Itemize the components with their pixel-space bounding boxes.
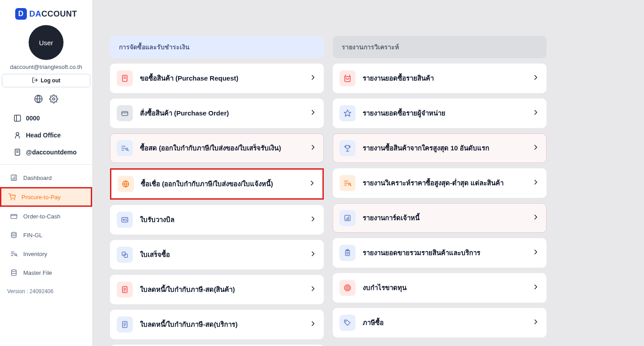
svg-point-36 [123, 219, 124, 221]
report-card-top-10-suppliers[interactable]: รายงานซื้อสินค้าจากใครสูงสุด 10 อันดับแร… [333, 133, 547, 163]
card-label: รายงานยอดซื้อรายผู้จำหน่าย [363, 108, 525, 119]
chevron-right-icon [309, 250, 317, 260]
card-label: ใบลดหนี้/ใบกำกับภาษี-สด(สินค้า) [140, 284, 302, 295]
chevron-right-icon [532, 143, 540, 153]
brand-logo: D DACCOUNT [0, 0, 92, 23]
card-label: ใบลดหนี้/ใบกำกับภาษี-สด(บริการ) [140, 319, 302, 330]
id-icon [117, 212, 133, 228]
purchasing-card-credit-purchase[interactable]: ซื้อเชื่อ (ออกใบกำกับภาษี/ใบส่งของ/ใบแจ้… [110, 168, 324, 200]
reports-header: รายงานการวิเคราะห์ [333, 36, 547, 58]
purchasing-card-billing-receipt[interactable]: ใบรับวางบิล [110, 205, 324, 235]
purchasing-header: การจัดซื้อและรับชำระเงิน [110, 36, 324, 58]
globe-icon[interactable] [34, 94, 43, 105]
card-label: รายงานการ์ดเจ้าหนี้ [363, 213, 525, 223]
sidebar: D DACCOUNT User daccount@trianglesoft.co… [0, 0, 92, 346]
card-label: ขอซื้อสินค้า (Purchase Request) [140, 73, 302, 84]
nav-label: Master File [23, 269, 52, 276]
chart-icon [339, 210, 356, 226]
purchasing-card-purchase-receipt[interactable]: ใบเสร็จซื้อ [110, 240, 324, 269]
globe-icon [118, 176, 134, 192]
file-icon [13, 148, 21, 156]
svg-point-14 [11, 199, 11, 200]
reports-column: รายงานการวิเคราะห์ รายงานยอดซื้อรายสินค้… [333, 36, 547, 346]
nav-label: FIN-GL [23, 232, 42, 239]
sidebar-item-dashboard[interactable]: Dashboard [2, 169, 90, 186]
org-name-row: Head Office [0, 127, 92, 144]
nav-label: Order-to-Cash [23, 213, 60, 220]
purchasing-card-credit-note-cash-product[interactable]: ใบลดหนี้/ใบกำกับภาษี-สด(สินค้า) [110, 275, 324, 304]
main-content: การจัดซื้อและรับชำระเงิน ขอซื้อสินค้า (P… [92, 0, 644, 346]
purchasing-card-credit-note-cash-service[interactable]: ใบลดหนี้/ใบกำกับภาษี-สด(บริการ) [110, 310, 324, 339]
org-code-row: 0000 [0, 110, 92, 127]
svg-line-22 [16, 255, 17, 256]
card-label: รายงานซื้อสินค้าจากใครสูงสุด 10 อันดับแร… [363, 143, 525, 154]
star-icon [339, 105, 356, 121]
sidebar-item-order-to-cash[interactable]: Order-to-Cash [2, 208, 90, 225]
svg-point-15 [14, 199, 15, 200]
svg-marker-56 [344, 110, 351, 116]
search-list-icon [117, 140, 133, 156]
card-label: ภาษีซื้อ [363, 317, 525, 328]
org-name: Head Office [26, 132, 61, 139]
nav-label: Dashboard [23, 175, 52, 181]
org-code: 0000 [26, 115, 40, 122]
chevron-right-icon [532, 73, 540, 83]
document-icon [117, 282, 133, 298]
clipboard-icon [339, 245, 356, 261]
search-list-icon [339, 175, 356, 191]
card-label: สั่งซื้อสินค้า (Purchase Order) [140, 108, 302, 119]
purchasing-card-purchase-request[interactable]: ขอซื้อสินค้า (Purchase Request) [110, 64, 324, 93]
svg-point-72 [347, 287, 348, 288]
svg-line-61 [350, 185, 351, 186]
logout-icon [32, 77, 38, 85]
nav-label: Procure-to-Pay [21, 194, 60, 201]
svg-point-3 [53, 98, 55, 100]
chevron-right-icon [532, 318, 540, 328]
chevron-right-icon [532, 178, 540, 188]
card-label: งบกำไรขาดทุน [363, 282, 525, 293]
gear-icon[interactable] [49, 94, 58, 105]
chevron-right-icon [532, 283, 540, 293]
logout-button[interactable]: Log out [2, 74, 90, 87]
svg-line-33 [127, 150, 128, 151]
report-card-total-sales[interactable]: รายงานยอดขายรวมรายสินค้าและบริการ [333, 238, 547, 268]
chevron-right-icon [309, 320, 317, 329]
svg-point-23 [12, 269, 17, 271]
version-label: Version : 24092406 [0, 282, 92, 301]
purchasing-card-cash-purchase[interactable]: ซื้อสด (ออกใบกำกับภาษี/ใบส่งของ/ใบเสร็จร… [110, 133, 324, 163]
search-list-icon [10, 250, 18, 258]
card-icon [117, 105, 133, 121]
brand-mark-icon: D [15, 8, 27, 20]
sidebar-item-procure-to-pay[interactable]: Procure-to-Pay [0, 187, 92, 207]
sidebar-item-fin-gl[interactable]: FIN-GL [2, 226, 90, 243]
report-card-purchase-by-product[interactable]: รายงานยอดซื้อรายสินค้า [333, 64, 547, 93]
layout-icon [13, 114, 21, 122]
sidebar-item-inventory[interactable]: Inventory [2, 245, 90, 262]
dashboard-icon [10, 174, 18, 182]
report-card-purchase-tax[interactable]: ภาษีซื้อ [333, 308, 547, 337]
sidebar-item-master-file[interactable]: Master File [2, 264, 90, 281]
report-card-purchase-by-supplier[interactable]: รายงานยอดซื้อรายผู้จำหน่าย [333, 98, 547, 128]
chevron-right-icon [309, 73, 317, 83]
avatar[interactable]: User [29, 25, 64, 60]
cart-icon [8, 193, 16, 201]
report-card-ap-ledger[interactable]: รายงานการ์ดเจ้าหนี้ [333, 203, 547, 233]
brand-name: DACCOUNT [30, 9, 77, 19]
user-email: daccount@trianglesoft.co.th [0, 64, 92, 74]
chevron-right-icon [309, 108, 317, 118]
document-icon [117, 70, 133, 86]
report-card-profit-loss[interactable]: งบกำไรขาดทุน [333, 273, 547, 303]
chevron-right-icon [309, 285, 317, 295]
sidebar-divider [0, 164, 92, 165]
bag-icon [339, 70, 356, 86]
svg-rect-4 [14, 115, 21, 121]
chevron-right-icon [309, 143, 317, 153]
purchasing-card-purchase-order[interactable]: สั่งซื้อสินค้า (Purchase Order) [110, 98, 324, 128]
report-card-price-analysis[interactable]: รายงานวิเคราะห์ราคาซื้อสูงสุด-ต่ำสุด แต่… [333, 168, 547, 198]
document-icon [117, 316, 133, 333]
trophy-icon [339, 140, 356, 156]
card-label: ซื้อเชื่อ (ออกใบกำกับภาษี/ใบส่งของ/ใบแจ้… [141, 179, 301, 189]
chevron-right-icon [309, 215, 317, 225]
logout-label: Log out [41, 77, 60, 84]
card-label: ใบเสร็จซื้อ [140, 249, 302, 260]
